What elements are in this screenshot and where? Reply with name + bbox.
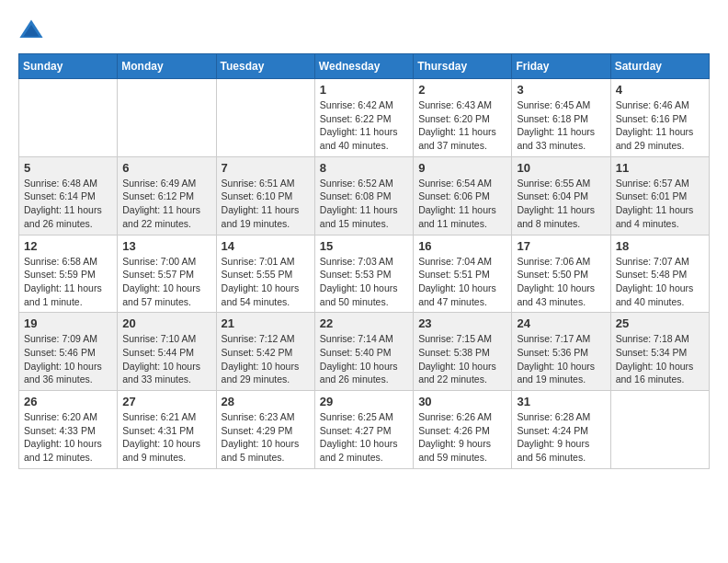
day-info: Sunrise: 6:58 AM Sunset: 5:59 PM Dayligh… bbox=[24, 255, 112, 309]
day-info: Sunrise: 7:10 AM Sunset: 5:44 PM Dayligh… bbox=[122, 332, 210, 386]
header-row: SundayMondayTuesdayWednesdayThursdayFrid… bbox=[19, 54, 710, 79]
day-info: Sunrise: 6:55 AM Sunset: 6:04 PM Dayligh… bbox=[517, 177, 605, 231]
day-cell: 13Sunrise: 7:00 AM Sunset: 5:57 PM Dayli… bbox=[118, 235, 216, 313]
day-info: Sunrise: 7:14 AM Sunset: 5:40 PM Dayligh… bbox=[320, 332, 408, 386]
day-number: 2 bbox=[418, 83, 506, 97]
col-header-friday: Friday bbox=[512, 54, 610, 79]
day-cell: 1Sunrise: 6:42 AM Sunset: 6:22 PM Daylig… bbox=[314, 79, 413, 157]
day-number: 25 bbox=[616, 316, 704, 330]
day-info: Sunrise: 6:51 AM Sunset: 6:10 PM Dayligh… bbox=[222, 177, 310, 231]
day-cell: 2Sunrise: 6:43 AM Sunset: 6:20 PM Daylig… bbox=[414, 79, 512, 157]
col-header-monday: Monday bbox=[118, 54, 216, 79]
day-info: Sunrise: 7:07 AM Sunset: 5:48 PM Dayligh… bbox=[616, 255, 704, 309]
col-header-sunday: Sunday bbox=[19, 54, 118, 79]
day-number: 5 bbox=[24, 161, 112, 175]
week-row-1: 1Sunrise: 6:42 AM Sunset: 6:22 PM Daylig… bbox=[19, 79, 710, 157]
col-header-saturday: Saturday bbox=[610, 54, 709, 79]
day-cell: 4Sunrise: 6:46 AM Sunset: 6:16 PM Daylig… bbox=[610, 79, 709, 157]
day-info: Sunrise: 6:20 AM Sunset: 4:33 PM Dayligh… bbox=[24, 410, 112, 465]
day-number: 1 bbox=[320, 83, 408, 97]
day-cell: 28Sunrise: 6:23 AM Sunset: 4:29 PM Dayli… bbox=[216, 391, 314, 469]
week-row-3: 12Sunrise: 6:58 AM Sunset: 5:59 PM Dayli… bbox=[19, 235, 710, 313]
day-info: Sunrise: 6:48 AM Sunset: 6:14 PM Dayligh… bbox=[24, 177, 112, 231]
day-number: 28 bbox=[222, 395, 310, 408]
day-number: 31 bbox=[517, 395, 605, 408]
day-cell bbox=[19, 79, 118, 157]
day-info: Sunrise: 7:18 AM Sunset: 5:34 PM Dayligh… bbox=[616, 332, 704, 386]
day-info: Sunrise: 6:45 AM Sunset: 6:18 PM Dayligh… bbox=[517, 98, 605, 153]
day-info: Sunrise: 6:49 AM Sunset: 6:12 PM Dayligh… bbox=[122, 177, 210, 231]
day-cell: 5Sunrise: 6:48 AM Sunset: 6:14 PM Daylig… bbox=[19, 156, 118, 235]
day-cell: 11Sunrise: 6:57 AM Sunset: 6:01 PM Dayli… bbox=[610, 156, 709, 235]
day-number: 22 bbox=[320, 316, 408, 330]
day-info: Sunrise: 7:09 AM Sunset: 5:46 PM Dayligh… bbox=[24, 332, 112, 386]
day-cell bbox=[610, 391, 709, 469]
week-row-4: 19Sunrise: 7:09 AM Sunset: 5:46 PM Dayli… bbox=[19, 313, 710, 391]
day-info: Sunrise: 7:15 AM Sunset: 5:38 PM Dayligh… bbox=[418, 332, 506, 386]
day-info: Sunrise: 7:12 AM Sunset: 5:42 PM Dayligh… bbox=[222, 332, 310, 386]
day-number: 20 bbox=[122, 316, 210, 330]
day-info: Sunrise: 6:52 AM Sunset: 6:08 PM Dayligh… bbox=[320, 177, 408, 231]
logo bbox=[18, 18, 48, 44]
day-cell: 18Sunrise: 7:07 AM Sunset: 5:48 PM Dayli… bbox=[610, 235, 709, 313]
day-number: 24 bbox=[517, 316, 605, 330]
page-header bbox=[18, 18, 710, 44]
day-cell: 30Sunrise: 6:26 AM Sunset: 4:26 PM Dayli… bbox=[414, 391, 512, 469]
day-cell bbox=[216, 79, 314, 157]
col-header-wednesday: Wednesday bbox=[314, 54, 413, 79]
day-info: Sunrise: 7:01 AM Sunset: 5:55 PM Dayligh… bbox=[222, 255, 310, 309]
day-number: 12 bbox=[24, 239, 112, 253]
day-number: 8 bbox=[320, 161, 408, 175]
day-cell: 19Sunrise: 7:09 AM Sunset: 5:46 PM Dayli… bbox=[19, 313, 118, 391]
day-cell: 20Sunrise: 7:10 AM Sunset: 5:44 PM Dayli… bbox=[118, 313, 216, 391]
day-cell: 9Sunrise: 6:54 AM Sunset: 6:06 PM Daylig… bbox=[414, 156, 512, 235]
logo-icon bbox=[18, 18, 44, 44]
day-info: Sunrise: 7:06 AM Sunset: 5:50 PM Dayligh… bbox=[517, 255, 605, 309]
day-info: Sunrise: 7:17 AM Sunset: 5:36 PM Dayligh… bbox=[517, 332, 605, 386]
day-info: Sunrise: 7:03 AM Sunset: 5:53 PM Dayligh… bbox=[320, 255, 408, 309]
day-number: 3 bbox=[517, 83, 605, 97]
day-number: 23 bbox=[418, 316, 506, 330]
day-number: 21 bbox=[222, 316, 310, 330]
day-cell: 21Sunrise: 7:12 AM Sunset: 5:42 PM Dayli… bbox=[216, 313, 314, 391]
day-cell: 15Sunrise: 7:03 AM Sunset: 5:53 PM Dayli… bbox=[314, 235, 413, 313]
day-info: Sunrise: 6:42 AM Sunset: 6:22 PM Dayligh… bbox=[320, 98, 408, 153]
day-cell: 24Sunrise: 7:17 AM Sunset: 5:36 PM Dayli… bbox=[512, 313, 610, 391]
day-info: Sunrise: 6:25 AM Sunset: 4:27 PM Dayligh… bbox=[320, 410, 408, 465]
day-cell: 17Sunrise: 7:06 AM Sunset: 5:50 PM Dayli… bbox=[512, 235, 610, 313]
day-number: 16 bbox=[418, 239, 506, 253]
day-number: 10 bbox=[517, 161, 605, 175]
day-info: Sunrise: 6:54 AM Sunset: 6:06 PM Dayligh… bbox=[418, 177, 506, 231]
day-cell: 22Sunrise: 7:14 AM Sunset: 5:40 PM Dayli… bbox=[314, 313, 413, 391]
week-row-5: 26Sunrise: 6:20 AM Sunset: 4:33 PM Dayli… bbox=[19, 391, 710, 469]
day-cell: 6Sunrise: 6:49 AM Sunset: 6:12 PM Daylig… bbox=[118, 156, 216, 235]
day-cell: 25Sunrise: 7:18 AM Sunset: 5:34 PM Dayli… bbox=[610, 313, 709, 391]
day-cell: 7Sunrise: 6:51 AM Sunset: 6:10 PM Daylig… bbox=[216, 156, 314, 235]
day-info: Sunrise: 6:23 AM Sunset: 4:29 PM Dayligh… bbox=[222, 410, 310, 465]
day-number: 30 bbox=[418, 395, 506, 408]
day-number: 6 bbox=[122, 161, 210, 175]
day-cell: 8Sunrise: 6:52 AM Sunset: 6:08 PM Daylig… bbox=[314, 156, 413, 235]
col-header-thursday: Thursday bbox=[414, 54, 512, 79]
day-cell: 12Sunrise: 6:58 AM Sunset: 5:59 PM Dayli… bbox=[19, 235, 118, 313]
day-number: 19 bbox=[24, 316, 112, 330]
day-number: 27 bbox=[122, 395, 210, 408]
day-cell bbox=[118, 79, 216, 157]
day-info: Sunrise: 7:00 AM Sunset: 5:57 PM Dayligh… bbox=[122, 255, 210, 309]
day-cell: 16Sunrise: 7:04 AM Sunset: 5:51 PM Dayli… bbox=[414, 235, 512, 313]
day-info: Sunrise: 6:43 AM Sunset: 6:20 PM Dayligh… bbox=[418, 98, 506, 153]
day-number: 18 bbox=[616, 239, 704, 253]
day-number: 7 bbox=[222, 161, 310, 175]
day-cell: 10Sunrise: 6:55 AM Sunset: 6:04 PM Dayli… bbox=[512, 156, 610, 235]
day-info: Sunrise: 6:57 AM Sunset: 6:01 PM Dayligh… bbox=[616, 177, 704, 231]
day-number: 14 bbox=[222, 239, 310, 253]
day-cell: 27Sunrise: 6:21 AM Sunset: 4:31 PM Dayli… bbox=[118, 391, 216, 469]
day-cell: 3Sunrise: 6:45 AM Sunset: 6:18 PM Daylig… bbox=[512, 79, 610, 157]
day-cell: 23Sunrise: 7:15 AM Sunset: 5:38 PM Dayli… bbox=[414, 313, 512, 391]
day-info: Sunrise: 6:26 AM Sunset: 4:26 PM Dayligh… bbox=[418, 410, 506, 465]
week-row-2: 5Sunrise: 6:48 AM Sunset: 6:14 PM Daylig… bbox=[19, 156, 710, 235]
day-number: 4 bbox=[616, 83, 704, 97]
day-cell: 26Sunrise: 6:20 AM Sunset: 4:33 PM Dayli… bbox=[19, 391, 118, 469]
calendar-table: SundayMondayTuesdayWednesdayThursdayFrid… bbox=[18, 53, 710, 469]
day-number: 11 bbox=[616, 161, 704, 175]
